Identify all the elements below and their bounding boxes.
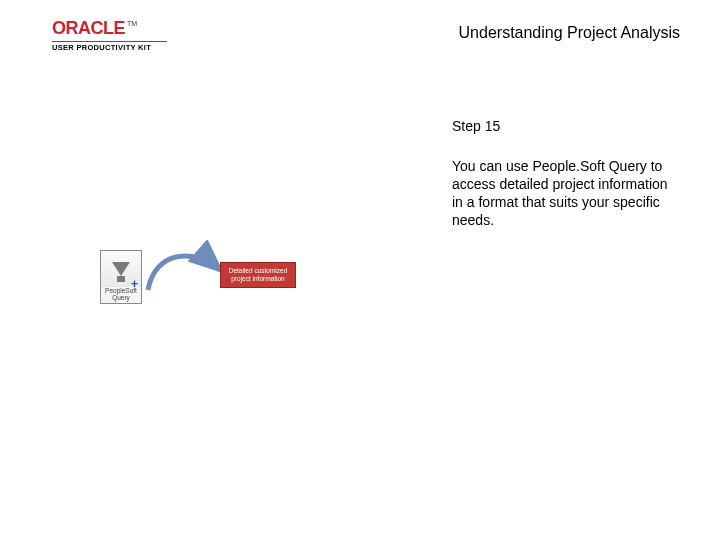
step-label: Step 15: [452, 118, 500, 134]
funnel-plus-icon: +: [101, 251, 141, 287]
trademark-symbol: TM: [127, 20, 137, 27]
oracle-wordmark: ORACLE TM: [52, 18, 182, 39]
peoplesoft-query-icon-box: + PeopleSoft Query: [100, 250, 142, 304]
oracle-text: ORACLE: [52, 18, 125, 39]
query-diagram: + PeopleSoft Query Detailed customized p…: [100, 240, 310, 320]
callout-box: Detailed customized project information: [220, 262, 296, 288]
logo-divider: [52, 41, 167, 42]
curved-arrow-icon: [140, 240, 230, 300]
page-title: Understanding Project Analysis: [459, 24, 680, 42]
step-body-text: You can use People.Soft Query to access …: [452, 158, 682, 230]
oracle-upk-logo: ORACLE TM USER PRODUCTIVITY KIT: [52, 18, 182, 52]
product-line-label: USER PRODUCTIVITY KIT: [52, 43, 182, 52]
